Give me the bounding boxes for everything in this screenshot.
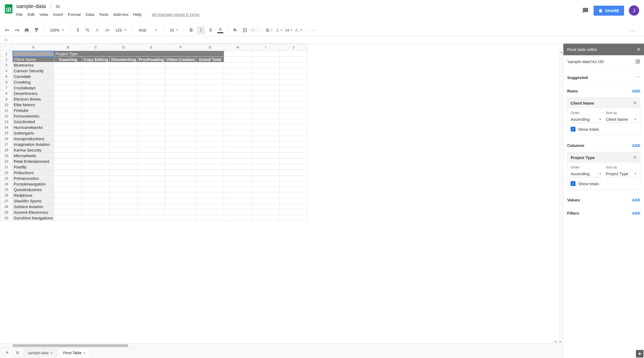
- row-header-6[interactable]: 6: [0, 79, 13, 85]
- row-order-dropdown[interactable]: Ascending▼: [571, 116, 602, 123]
- row-header-25[interactable]: 25: [0, 187, 13, 192]
- row-header-1[interactable]: 1: [0, 51, 13, 57]
- add-cols-button[interactable]: ADD: [632, 143, 640, 148]
- menu-insert[interactable]: Insert: [53, 12, 63, 17]
- valign-button[interactable]: ▼: [275, 26, 283, 34]
- rotate-button[interactable]: ▼: [294, 26, 303, 34]
- row-header-12[interactable]: 12: [0, 113, 13, 119]
- pivot-row-19[interactable]: Priductions: [13, 170, 54, 175]
- col-header-E[interactable]: E: [138, 44, 165, 51]
- pivot-col-header-5[interactable]: Grand Total: [196, 57, 224, 62]
- pivot-row-15[interactable]: Karma Security: [13, 147, 54, 153]
- col-header-C[interactable]: C: [82, 44, 110, 51]
- sheets-logo[interactable]: [3, 3, 14, 14]
- suggested-section[interactable]: Suggested ﹀: [567, 71, 640, 84]
- text-color-button[interactable]: A: [216, 26, 224, 34]
- pivot-col-header-0[interactable]: Coaching: [54, 57, 82, 62]
- formula-input[interactable]: [12, 38, 644, 42]
- row-header-27[interactable]: 27: [0, 198, 13, 204]
- strikethrough-button[interactable]: S: [207, 26, 215, 34]
- dec-decrease-icon[interactable]: .0: [93, 26, 101, 34]
- pivot-row-8[interactable]: Firetube: [13, 108, 54, 113]
- row-header-29[interactable]: 29: [0, 209, 13, 215]
- share-button[interactable]: SHARE: [594, 6, 624, 16]
- pivot-row-4[interactable]: Crystalways: [13, 85, 54, 91]
- row-header-11[interactable]: 11: [0, 108, 13, 113]
- pivot-row-14[interactable]: Imagination Aviation: [13, 142, 54, 147]
- pivot-col-header-2[interactable]: Ghostwriting: [110, 57, 138, 62]
- merge-button[interactable]: ▼: [251, 26, 259, 34]
- pivot-col-group-label[interactable]: Project Type: [54, 51, 224, 57]
- zoom-dropdown[interactable]: 100%▼: [47, 28, 67, 32]
- pivot-row-21[interactable]: Pumpkinavigation: [13, 181, 54, 187]
- comments-icon[interactable]: [582, 7, 589, 14]
- explore-button[interactable]: [636, 350, 643, 357]
- menu-file[interactable]: File: [16, 12, 23, 17]
- h-scrollbar[interactable]: [0, 343, 563, 347]
- italic-button[interactable]: I: [197, 26, 205, 34]
- pivot-row-1[interactable]: Cannon Security: [13, 68, 54, 74]
- pivot-row-group-label[interactable]: Client Name: [13, 57, 54, 62]
- menu-addons[interactable]: Add-ons: [113, 12, 128, 17]
- row-header-24[interactable]: 24: [0, 181, 13, 187]
- row-header-10[interactable]: 10: [0, 102, 13, 108]
- pivot-row-6[interactable]: Electron Brews: [13, 96, 54, 102]
- pivot-row-23[interactable]: Redphone: [13, 192, 54, 198]
- redo-icon[interactable]: [13, 26, 21, 34]
- pivot-row-10[interactable]: Grizzlimited: [13, 119, 54, 125]
- all-sheets-button[interactable]: ≡: [13, 350, 22, 356]
- row-header-3[interactable]: 3: [0, 62, 13, 68]
- pivot-row-2[interactable]: Cavedale: [13, 74, 54, 79]
- row-header-14[interactable]: 14: [0, 125, 13, 130]
- pivot-row-5[interactable]: Deserttronics: [13, 91, 54, 96]
- col-field-card[interactable]: Project Type ✕ Order Ascending▼ Sort by …: [567, 152, 640, 190]
- fill-color-button[interactable]: [231, 26, 239, 34]
- pivot-row-18[interactable]: Pixelfly: [13, 164, 54, 170]
- pivot-row-27[interactable]: Sunshine Navigations: [13, 215, 54, 221]
- col-header-B[interactable]: B: [54, 44, 82, 51]
- pivot-row-11[interactable]: Hurricanetworks: [13, 125, 54, 130]
- pivot-range[interactable]: 'sample-data'!A1:I35: [567, 59, 604, 64]
- v-scrollbar[interactable]: ▲: [559, 51, 563, 340]
- row-header-8[interactable]: 8: [0, 91, 13, 96]
- row-header-28[interactable]: 28: [0, 204, 13, 209]
- row-header-30[interactable]: 30: [0, 215, 13, 221]
- select-range-icon[interactable]: [635, 59, 640, 64]
- col-show-totals-checkbox[interactable]: ✓: [571, 181, 576, 186]
- menu-help[interactable]: Help: [133, 12, 142, 17]
- col-header-J[interactable]: J: [279, 44, 307, 51]
- row-header-4[interactable]: 4: [0, 68, 13, 74]
- row-header-13[interactable]: 13: [0, 119, 13, 125]
- pivot-row-24[interactable]: Sharkfin Sports: [13, 198, 54, 204]
- row-header-5[interactable]: 5: [0, 74, 13, 79]
- print-icon[interactable]: [23, 26, 31, 34]
- row-sortby-dropdown[interactable]: Client Name▼: [606, 116, 637, 123]
- pivot-row-22[interactable]: Questindustries: [13, 187, 54, 192]
- cell-A1[interactable]: [13, 51, 54, 57]
- corner-cell[interactable]: [0, 44, 13, 51]
- pivot-row-0[interactable]: Bluetronics: [13, 62, 54, 68]
- pivot-row-9[interactable]: Fortunetworks: [13, 113, 54, 119]
- row-header-21[interactable]: 21: [0, 164, 13, 170]
- row-header-2[interactable]: 2: [0, 57, 13, 62]
- more-toolbar-icon[interactable]: ⋯: [309, 26, 317, 34]
- add-sheet-button[interactable]: +: [3, 350, 11, 356]
- row-header-18[interactable]: 18: [0, 147, 13, 153]
- pivot-row-17[interactable]: Petal Entertainment: [13, 159, 54, 164]
- sheet-tab-pivot-table[interactable]: Pivot Table▼: [59, 348, 90, 357]
- row-field-card[interactable]: Client Name ✕ Order Ascending▼ Sort by C…: [567, 98, 640, 135]
- pivot-row-25[interactable]: Solstice Aviation: [13, 204, 54, 209]
- font-dropdown[interactable]: Arial▼: [136, 28, 160, 32]
- saved-status[interactable]: All changes saved in Drive: [152, 12, 200, 17]
- pivot-row-16[interactable]: Microwheels: [13, 153, 54, 159]
- col-header-F[interactable]: F: [165, 44, 196, 51]
- col-header-G[interactable]: G: [196, 44, 224, 51]
- undo-icon[interactable]: [3, 26, 11, 34]
- col-header-I[interactable]: I: [252, 44, 279, 51]
- row-header-26[interactable]: 26: [0, 192, 13, 198]
- pivot-row-7[interactable]: Elite Motors: [13, 102, 54, 108]
- collapse-toolbar-icon[interactable]: ︿: [631, 27, 635, 33]
- row-show-totals-checkbox[interactable]: ✓: [571, 127, 576, 132]
- row-header-15[interactable]: 15: [0, 130, 13, 136]
- star-icon[interactable]: ☆: [49, 4, 53, 9]
